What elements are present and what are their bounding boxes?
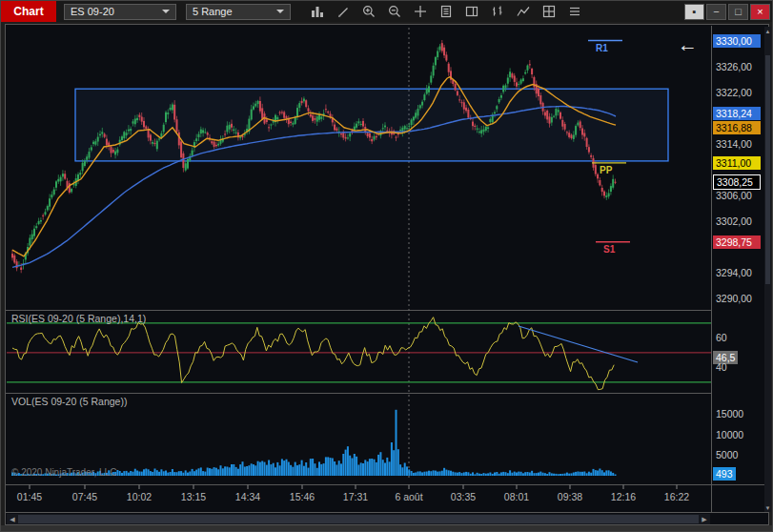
horizontal-scrollbar-thumb[interactable] (18, 515, 699, 523)
interval-select-value: 5 Range (193, 6, 233, 17)
window-title: Chart (1, 1, 56, 22)
maximize-button[interactable]: □ (728, 4, 748, 20)
scroll-left-button[interactable]: ◀ (7, 514, 18, 524)
drawing-tools-button[interactable] (332, 3, 355, 21)
zoom-out-icon (387, 4, 402, 19)
vertical-scrollbar-thumb[interactable] (765, 55, 770, 284)
close-button[interactable]: × (750, 4, 770, 20)
crosshair-button[interactable] (409, 3, 432, 21)
properties-button[interactable] (563, 3, 586, 21)
drawing-tools-icon (336, 4, 351, 19)
window-controls: ▪−□× (682, 4, 770, 20)
link-button[interactable]: ▪ (684, 4, 704, 20)
indicators-button[interactable] (512, 3, 535, 21)
minimize-button[interactable]: − (706, 4, 726, 20)
interval-select[interactable]: 5 Range (186, 4, 291, 20)
instrument-select-value: ES 09-20 (71, 6, 114, 17)
status-bar (1, 525, 773, 532)
instrument-select[interactable]: ES 09-20 (64, 4, 176, 20)
chart-style-button[interactable] (306, 3, 329, 21)
horizontal-scrollbar[interactable]: ◀ ▶ (7, 514, 710, 524)
report-icon (438, 4, 454, 19)
chart-plot-area[interactable] (5, 24, 769, 525)
chevron-down-icon (276, 10, 284, 13)
zoom-out-button[interactable] (383, 3, 406, 21)
grid-icon (541, 4, 557, 19)
chart-window: Chart ES 09-20 5 Range ▪−□× RSI(ES 09-20… (0, 0, 773, 532)
indicators-icon (516, 4, 531, 19)
zoom-in-button[interactable] (357, 3, 380, 21)
titlebar: Chart ES 09-20 5 Range ▪−□× (1, 1, 772, 22)
vertical-scrollbar[interactable]: ▲ ▼ (764, 27, 771, 512)
chart-trader-button[interactable] (460, 3, 483, 21)
chart-trader-icon (464, 4, 479, 19)
zoom-in-icon (361, 4, 376, 19)
chart-style-icon (310, 4, 325, 19)
ohlc-bars-button[interactable] (486, 3, 509, 21)
grid-button[interactable] (538, 3, 560, 21)
ohlc-bars-icon (490, 4, 505, 19)
properties-icon (567, 4, 582, 19)
toolbar-icons (306, 3, 586, 21)
chevron-down-icon (162, 10, 170, 13)
crosshair-icon (413, 4, 428, 19)
scroll-right-button[interactable]: ▶ (699, 514, 710, 524)
scroll-up-button[interactable]: ▲ (764, 27, 771, 35)
scroll-down-button[interactable]: ▼ (764, 503, 771, 512)
report-button[interactable] (435, 3, 458, 21)
